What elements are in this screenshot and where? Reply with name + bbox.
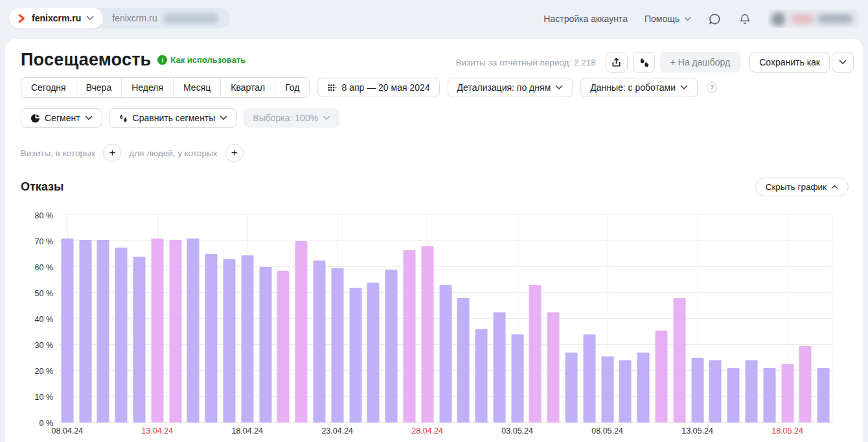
chart-bar-13.05.24[interactable]	[691, 358, 703, 423]
redacted-user-name-2	[817, 14, 852, 23]
chart-bar-15.05.24[interactable]	[727, 368, 740, 423]
chart-bar-22.04.24[interactable]	[313, 261, 325, 423]
x-axis-label-13.04.24: 13.04.24	[142, 426, 174, 436]
chart-bar-09.05.24[interactable]	[619, 360, 632, 423]
hide-chart-button[interactable]: Скрыть график	[755, 178, 849, 196]
metrica-logo-icon	[17, 14, 27, 23]
chart-bar-30.04.24[interactable]	[457, 298, 470, 423]
chart-bar-10.04.24[interactable]	[97, 240, 109, 423]
y-axis-label: 50 %	[14, 289, 53, 298]
chart-bar-17.05.24[interactable]	[763, 368, 775, 423]
chevron-down-icon	[839, 60, 847, 65]
chart-bar-19.05.24[interactable]	[799, 346, 812, 423]
chart-bar-08.04.24[interactable]	[61, 238, 73, 423]
data-mode-dropdown[interactable]: Данные: с роботами	[580, 78, 698, 97]
chart-bar-19.04.24[interactable]	[259, 267, 271, 423]
add-visits-filter-button[interactable]: +	[103, 144, 121, 162]
how-to-use-link[interactable]: i Как использовать	[157, 55, 246, 65]
annotations-button[interactable]	[633, 52, 655, 73]
chevron-down-icon	[680, 85, 688, 90]
y-axis-label: 70 %	[14, 237, 53, 246]
chart-bar-12.05.24[interactable]	[673, 298, 685, 423]
chart-bar-18.05.24[interactable]	[781, 364, 794, 423]
chart-bar-14.05.24[interactable]	[709, 360, 722, 423]
period-preset-0[interactable]: Сегодня	[21, 78, 76, 97]
period-preset-1[interactable]: Вчера	[76, 78, 122, 97]
y-axis-label: 0 %	[14, 419, 53, 428]
gridline-y-80	[58, 215, 832, 215]
chart-bar-23.04.24[interactable]	[331, 268, 343, 423]
chart-bar-03.05.24[interactable]	[511, 334, 523, 423]
y-axis-label: 80 %	[14, 211, 53, 220]
redacted-counter-id	[163, 13, 218, 24]
active-counter[interactable]: fenixcrm.ru	[9, 8, 103, 29]
top-bar: fenixcrm.ru fenixcrm.ru Настройка аккаун…	[0, 0, 868, 39]
chart-bar-07.05.24[interactable]	[583, 334, 595, 423]
chart-bar-11.04.24[interactable]	[115, 248, 128, 423]
chart-bar-29.04.24[interactable]	[439, 285, 451, 423]
period-preset-5[interactable]: Год	[275, 78, 309, 97]
chart-bar-17.04.24[interactable]	[223, 259, 236, 423]
chart-bar-15.04.24[interactable]	[187, 238, 200, 423]
chart-bar-16.04.24[interactable]	[205, 254, 218, 423]
date-range-button[interactable]: 8 апр — 20 мая 2024	[317, 78, 439, 97]
chart-bar-25.04.24[interactable]	[367, 283, 380, 423]
chart-bar-26.04.24[interactable]	[385, 270, 398, 423]
chevron-down-icon	[85, 115, 93, 121]
x-axis-label-28.04.24: 28.04.24	[411, 426, 443, 436]
add-people-filter-button[interactable]: +	[225, 144, 244, 162]
detail-level-dropdown[interactable]: Детализация: по дням	[448, 78, 573, 97]
droplets-icon	[119, 113, 128, 123]
chevron-down-icon	[555, 85, 563, 90]
chart-bar-27.04.24[interactable]	[403, 250, 415, 423]
chart-bar-06.05.24[interactable]	[565, 353, 578, 423]
avatar	[771, 12, 785, 26]
period-preset-3[interactable]: Месяц	[173, 78, 220, 97]
chart-bar-04.05.24[interactable]	[529, 285, 542, 423]
chart-bar-11.05.24[interactable]	[655, 331, 667, 423]
notifications-bell-icon[interactable]	[738, 12, 751, 26]
chevron-down-icon	[323, 115, 330, 121]
x-axis-label-18.05.24: 18.05.24	[771, 426, 803, 436]
sampling-dropdown[interactable]: Выборка: 100%	[244, 108, 339, 128]
counter-tab[interactable]: fenixcrm.ru	[103, 13, 230, 24]
help-question-icon[interactable]: ?	[707, 82, 717, 93]
export-icon	[611, 57, 622, 68]
feedback-chat-icon[interactable]	[708, 12, 722, 26]
chart-bar-08.05.24[interactable]	[601, 356, 613, 423]
chart-bar-01.05.24[interactable]	[475, 329, 488, 423]
chart-bar-05.05.24[interactable]	[547, 312, 560, 423]
account-settings-link[interactable]: Настройка аккаунта	[543, 14, 628, 24]
chart-bar-21.04.24[interactable]	[295, 241, 308, 423]
user-account-chip[interactable]	[768, 10, 859, 28]
chart-bar-12.04.24[interactable]	[133, 257, 146, 423]
chevron-down-icon	[684, 17, 691, 21]
chart-bar-16.05.24[interactable]	[745, 360, 757, 423]
x-axis-label-08.05.24: 08.05.24	[591, 426, 623, 436]
plot-right-edge	[832, 215, 832, 423]
period-preset-2[interactable]: Неделя	[121, 78, 173, 97]
save-as-dropdown-button[interactable]	[832, 52, 854, 73]
x-axis-label-18.04.24: 18.04.24	[231, 426, 263, 436]
report-card: Посещаемость i Как использовать Визиты з…	[5, 39, 863, 442]
chart-bar-09.04.24[interactable]	[79, 240, 91, 423]
export-button[interactable]	[606, 52, 628, 73]
chart-bar-28.04.24[interactable]	[421, 246, 433, 423]
x-axis-label-13.05.24: 13.05.24	[681, 426, 713, 436]
add-to-dashboard-button[interactable]: + На дашборд	[660, 52, 740, 73]
period-preset-4[interactable]: Квартал	[220, 78, 275, 97]
chart-bar-14.04.24[interactable]	[169, 240, 181, 423]
save-as-button[interactable]: Сохранить как	[749, 52, 830, 73]
chart-bar-24.04.24[interactable]	[349, 288, 361, 423]
quotes-icon	[638, 57, 649, 68]
segment-dropdown[interactable]: Сегмент	[21, 108, 102, 128]
help-menu[interactable]: Помощь	[645, 14, 691, 24]
chart-bar-13.04.24[interactable]	[151, 238, 163, 423]
chart-bar-18.04.24[interactable]	[241, 255, 253, 423]
chart-bar-20.05.24[interactable]	[817, 368, 830, 423]
chart-bar-10.05.24[interactable]	[637, 353, 650, 423]
chart-bar-20.04.24[interactable]	[277, 271, 290, 423]
chart-bar-02.05.24[interactable]	[493, 312, 505, 423]
compare-segments-dropdown[interactable]: Сравнить сегменты	[109, 108, 238, 128]
help-menu-label: Помощь	[645, 14, 680, 24]
